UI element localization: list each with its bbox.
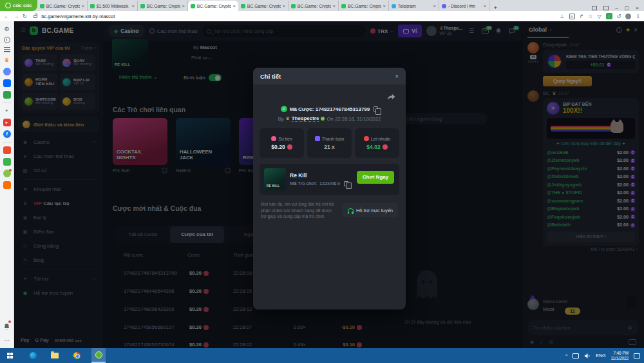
modal-header: Chi tiết ×	[253, 68, 406, 84]
taskbar-edge-icon[interactable]	[26, 348, 40, 363]
bcgame-app: ☰ b BC.GAME Đặc quyền VIP của tôi Thêm ›…	[14, 21, 644, 348]
copy-icon[interactable]	[344, 181, 348, 186]
history-icon[interactable]	[4, 37, 10, 43]
tab-close-icon[interactable]: ×	[182, 4, 185, 8]
maximize-button[interactable]: ▢	[625, 5, 630, 11]
cart-app-icon[interactable]	[3, 181, 11, 189]
notification-bell-icon[interactable]	[3, 321, 10, 333]
zalo-icon[interactable]	[3, 79, 11, 87]
downloads-tray-icon[interactable]: ⇩	[636, 14, 640, 19]
start-button[interactable]	[0, 353, 19, 358]
amount-icon	[271, 136, 276, 141]
telegram-favicon	[392, 4, 396, 8]
forward-icon[interactable]: →	[14, 13, 19, 19]
save-page-icon[interactable]: ⊥	[560, 14, 565, 19]
stat-payout: Thanh toán 21 x	[307, 128, 352, 158]
browser-tab[interactable]: BC.Game: Crypto×	[339, 1, 389, 11]
volume-icon[interactable]	[584, 353, 591, 359]
tray-expand-icon[interactable]: ^	[565, 353, 567, 358]
new-tab-button[interactable]: +	[489, 5, 502, 11]
modal-title: Chi tiết	[260, 73, 281, 80]
sidebar-toggle-icon[interactable]	[592, 6, 597, 10]
browser-side-rail: ⚙ ♛ + ▸ f ⋯	[0, 21, 14, 348]
profile-icon[interactable]	[625, 14, 631, 19]
modal-close-icon[interactable]: ×	[395, 73, 399, 80]
taskbar-file-explorer-icon[interactable]	[48, 348, 62, 363]
browser-tab[interactable]: BC.Game: Crypto×	[37, 1, 88, 11]
browser-tab-telegram[interactable]: Telegram×	[389, 1, 439, 11]
more-icon[interactable]: ⋯	[3, 337, 11, 344]
browser-tab[interactable]: BC.Game: Crypto×	[238, 1, 289, 11]
bet-author-row: By ♛ Thespectre On 22:28:18, 31/10/2022	[253, 115, 406, 122]
tab-close-icon[interactable]: ×	[82, 4, 84, 8]
lock-icon	[33, 15, 37, 18]
bcgame-favicon	[90, 4, 95, 8]
settings-gear-icon[interactable]: ⚙	[3, 25, 11, 33]
browser-tab[interactable]: BC.Game: Crypto×	[138, 1, 188, 11]
notification-dot	[8, 320, 11, 323]
coccoc-icon	[5, 3, 11, 8]
copy-icon[interactable]	[374, 106, 378, 112]
live-support-button[interactable]: Hỗ trợ trực tuyến	[343, 203, 398, 217]
browser-tab[interactable]: BC.Game: Crypto×	[289, 1, 339, 11]
trx-coin-icon	[287, 144, 292, 150]
bet-id-row: Mã Cược: 1748217467845313799	[253, 106, 406, 112]
tab-close-icon[interactable]: ×	[383, 4, 386, 8]
game-code: 1z2xm6:v	[319, 181, 340, 186]
network-icon[interactable]	[573, 353, 579, 358]
frog-icon	[321, 117, 325, 121]
close-window-button[interactable]: ×	[636, 5, 639, 11]
sync-icon[interactable]: ↺	[617, 14, 621, 19]
coccoc-logo[interactable]: cốc cốc	[0, 0, 37, 11]
adblock-shield-icon[interactable]: ▽	[597, 14, 601, 19]
back-icon[interactable]: ←	[4, 13, 10, 19]
toolbar-icons: ⊥ A ↱ ☆ ▽ ↓ ↺ ⇩	[560, 13, 640, 19]
taskbar-chrome-icon[interactable]	[70, 348, 84, 363]
browser-tab-active[interactable]: BC.Game: Crypto×	[188, 1, 238, 11]
stat-amount: Số tiền $0.20	[260, 128, 304, 158]
profit-icon	[364, 136, 369, 141]
bet-author[interactable]: Thespectre	[292, 115, 319, 122]
system-tray: ^ ENG 7:48 PM 11/1/2022	[565, 351, 644, 361]
shopee-icon[interactable]	[3, 146, 11, 154]
tab-close-icon[interactable]: ×	[333, 4, 336, 8]
rail-divider	[3, 142, 12, 142]
windows-logo-icon	[7, 353, 13, 358]
reading-list-icon[interactable]	[4, 47, 10, 52]
support-row: Mọi vấn đề, xin vui lòng liên hệ với bộ …	[253, 195, 406, 220]
bcgame-favicon	[291, 4, 296, 8]
browser-tab-discord[interactable]: - Discord | #m×	[439, 1, 489, 11]
share-icon[interactable]	[387, 93, 395, 101]
tab-close-icon[interactable]: ×	[433, 4, 436, 8]
games-icon[interactable]	[3, 91, 11, 99]
green-app-icon[interactable]	[3, 158, 11, 166]
tab-close-icon[interactable]: ×	[484, 4, 486, 8]
messenger-icon[interactable]	[3, 68, 11, 75]
bcgame-favicon	[140, 4, 145, 8]
play-now-button[interactable]: Chơi Ngay	[357, 171, 394, 184]
tab-close-icon[interactable]: ×	[283, 4, 285, 8]
facebook-icon[interactable]: f	[3, 130, 11, 138]
share-icon[interactable]: ↱	[580, 14, 584, 19]
tab-close-icon[interactable]: ×	[233, 4, 236, 8]
taskbar-clock[interactable]: 7:48 PM 11/1/2022	[611, 351, 629, 361]
youtube-icon[interactable]: ▸	[3, 119, 11, 126]
minimize-button[interactable]: –	[615, 5, 618, 11]
bet-datetime: 22:28:18, 31/10/2022	[335, 116, 381, 122]
reload-icon[interactable]: ↻	[23, 13, 27, 19]
bookmark-star-icon[interactable]: ☆	[588, 14, 592, 19]
url-text[interactable]: bc.game/vi/game/re-kill-by-mascot	[41, 14, 556, 19]
translate-icon[interactable]: A	[569, 14, 575, 19]
discord-favicon	[442, 4, 446, 8]
action-center-icon[interactable]	[634, 353, 640, 358]
browser-tab[interactable]: $1,500 Midweek×	[88, 1, 138, 11]
workspace-icon[interactable]	[603, 6, 609, 10]
brand-label: cốc cốc	[13, 3, 32, 8]
tab-close-icon[interactable]: ×	[132, 4, 135, 8]
language-indicator[interactable]: ENG	[596, 353, 605, 358]
crown-hot-icon[interactable]: ♛	[3, 56, 11, 64]
leaf-app-icon[interactable]	[3, 170, 11, 177]
download-complete-icon[interactable]: ↓	[606, 13, 612, 19]
game-thumbnail[interactable]: RE KILL	[264, 168, 286, 190]
add-shortcut-icon[interactable]: +	[3, 107, 11, 115]
